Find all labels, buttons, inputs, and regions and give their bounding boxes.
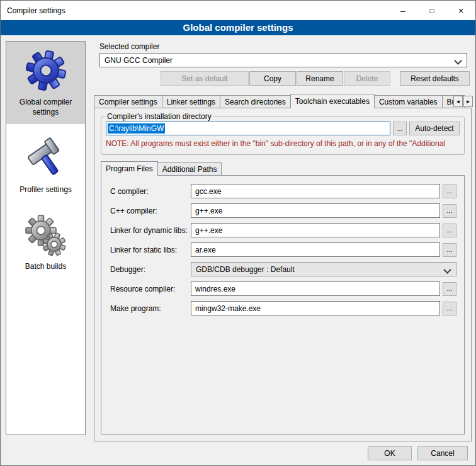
cpp-compiler-label: C++ compiler:	[110, 207, 191, 215]
c-compiler-input[interactable]	[191, 184, 440, 198]
compiler-select[interactable]: GNU GCC Compiler	[99, 53, 467, 67]
titlebar[interactable]: Compiler settings – □ ×	[1, 1, 475, 20]
window-title: Compiler settings	[1, 6, 65, 15]
minimize-icon: –	[400, 6, 405, 16]
cpp-compiler-browse-button[interactable]: ...	[443, 204, 456, 218]
rename-button[interactable]: Rename	[297, 71, 343, 86]
close-button[interactable]: ×	[446, 1, 475, 20]
browse-directory-button[interactable]: ...	[393, 122, 407, 135]
c-compiler-browse-button[interactable]: ...	[443, 185, 456, 198]
debugger-select[interactable]: GDB/CDB debugger : Default	[191, 262, 456, 276]
resource-compiler-label: Resource compiler:	[110, 285, 191, 293]
program-files-panel: C compiler: ... C++ compiler: ... Linker…	[101, 175, 465, 435]
installation-directory-groupbox: Compiler's installation directory C:\ray…	[101, 112, 465, 155]
dynamic-linker-row: Linker for dynamic libs: ...	[110, 223, 456, 237]
make-program-label: Make program:	[110, 304, 191, 313]
tab-scroll-left-icon[interactable]: ◄	[453, 96, 463, 107]
delete-button[interactable]: Delete	[344, 71, 390, 86]
make-program-row: Make program: ...	[110, 301, 456, 315]
gray-gears-icon	[23, 213, 69, 258]
sidebar-item-batch-builds[interactable]: Batch builds	[6, 207, 85, 279]
toolchain-executables-panel: Compiler's installation directory C:\ray…	[94, 108, 472, 441]
chevron-down-icon	[443, 266, 451, 274]
tab-custom-variables[interactable]: Custom variables	[374, 95, 443, 108]
cancel-button[interactable]: Cancel	[417, 446, 468, 460]
make-program-browse-button[interactable]: ...	[443, 302, 456, 315]
dynamic-linker-browse-button[interactable]: ...	[443, 224, 456, 237]
selected-compiler-label: Selected compiler	[99, 42, 159, 51]
subtab-program-files[interactable]: Program Files	[101, 161, 158, 176]
blue-gear-icon	[23, 47, 69, 94]
installation-directory-row: C:\raylib\MinGW ... Auto-detect	[106, 122, 460, 135]
resource-compiler-row: Resource compiler: ...	[110, 281, 456, 296]
maximize-icon: □	[429, 6, 434, 15]
cpp-compiler-row: C++ compiler: ...	[110, 203, 456, 218]
c-compiler-label: C compiler:	[110, 187, 191, 196]
tab-linker-settings[interactable]: Linker settings	[162, 95, 220, 108]
cpp-compiler-input[interactable]	[191, 203, 440, 218]
resource-compiler-input[interactable]	[191, 281, 440, 296]
compiler-select-value: GNU GCC Compiler	[105, 56, 173, 65]
ok-button[interactable]: OK	[368, 446, 412, 460]
resource-compiler-browse-button[interactable]: ...	[443, 282, 456, 296]
window-controls: – □ ×	[388, 1, 475, 20]
static-linker-browse-button[interactable]: ...	[443, 243, 456, 257]
installation-directory-input[interactable]: C:\raylib\MinGW	[106, 122, 390, 135]
groupbox-title: Compiler's installation directory	[105, 112, 213, 121]
tab-compiler-settings[interactable]: Compiler settings	[94, 95, 162, 108]
maximize-button[interactable]: □	[417, 1, 446, 20]
minimize-button[interactable]: –	[388, 1, 417, 20]
chevron-down-icon	[454, 57, 462, 65]
dialog-footer: OK Cancel	[368, 446, 468, 460]
debugger-row: Debugger: GDB/CDB debugger : Default	[110, 262, 456, 276]
settings-tabstrip: Compiler settings Linker settings Search…	[94, 93, 472, 108]
debugger-label: Debugger:	[110, 265, 191, 274]
static-linker-row: Linker for static libs: ...	[110, 242, 456, 257]
dialog-header-title: Global compiler settings	[1, 20, 475, 35]
static-linker-label: Linker for static libs:	[110, 246, 191, 254]
compiler-buttons-row: Set as default Copy Rename Delete Reset …	[99, 71, 470, 86]
tab-toolchain-executables[interactable]: Toolchain executables	[290, 94, 375, 108]
profiler-tool-icon	[23, 135, 69, 181]
sidebar-item-label: Global compiler settings	[8, 98, 84, 117]
make-program-input[interactable]	[191, 301, 440, 315]
dynamic-linker-input[interactable]	[191, 223, 440, 237]
tab-search-directories[interactable]: Search directories	[220, 95, 291, 108]
sidebar-item-profiler-settings[interactable]: Profiler settings	[6, 129, 85, 202]
tab-scroll-arrows: ◄ ►	[453, 96, 473, 107]
static-linker-input[interactable]	[191, 242, 440, 257]
close-icon: ×	[458, 6, 463, 16]
note-text: NOTE: All programs must exist either in …	[106, 139, 460, 148]
installation-directory-value: C:\raylib\MinGW	[108, 123, 165, 134]
subtab-additional-paths[interactable]: Additional Paths	[157, 162, 222, 175]
copy-button[interactable]: Copy	[249, 71, 296, 86]
set-as-default-button[interactable]: Set as default	[161, 71, 249, 86]
tab-scroll-right-icon[interactable]: ►	[463, 96, 473, 107]
sidebar-item-label: Profiler settings	[20, 185, 72, 195]
sidebar-item-global-compiler-settings[interactable]: Global compiler settings	[6, 42, 85, 124]
compiler-settings-window: Compiler settings – □ × Global compiler …	[0, 0, 476, 466]
files-subtabstrip: Program Files Additional Paths	[101, 161, 221, 176]
debugger-select-value: GDB/CDB debugger : Default	[196, 265, 295, 274]
reset-defaults-button[interactable]: Reset defaults	[400, 71, 470, 86]
sidebar-item-label: Batch builds	[25, 262, 66, 272]
auto-detect-button[interactable]: Auto-detect	[409, 122, 460, 135]
dynamic-linker-label: Linker for dynamic libs:	[110, 226, 191, 235]
settings-sidebar: Global compiler settings Profiler settin…	[6, 41, 86, 435]
c-compiler-row: C compiler: ...	[110, 184, 456, 198]
